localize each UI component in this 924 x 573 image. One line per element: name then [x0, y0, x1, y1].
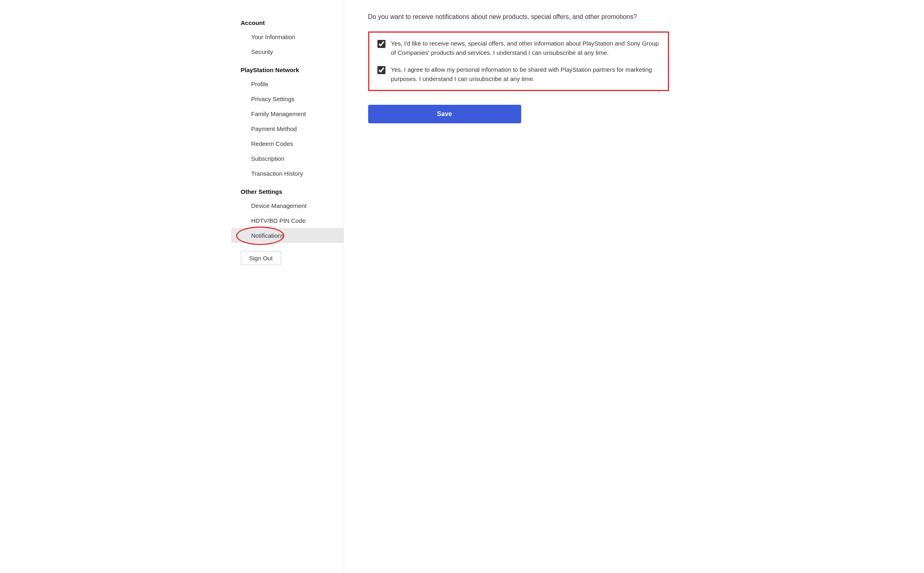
- sidebar-item-profile[interactable]: Profile: [231, 77, 344, 91]
- sidebar-item-transaction-history[interactable]: Transaction History: [231, 166, 344, 181]
- checkbox-row-2: Yes, I agree to allow my personal inform…: [377, 65, 660, 83]
- checkbox-row-1: Yes, I'd like to receive news, special o…: [377, 39, 660, 57]
- sidebar-item-security[interactable]: Security: [231, 44, 344, 59]
- sidebar-item-notifications[interactable]: Notifications: [231, 228, 344, 243]
- psn-section-label: PlayStation Network: [231, 59, 344, 77]
- notifications-question: Do you want to receive notifications abo…: [368, 12, 669, 22]
- save-button[interactable]: Save: [368, 105, 521, 123]
- notifications-wrapper: Notifications: [231, 228, 344, 243]
- main-content: Do you want to receive notifications abo…: [344, 0, 693, 573]
- checkbox-personal-info-sharing[interactable]: [377, 66, 385, 74]
- checkbox-label-1: Yes, I'd like to receive news, special o…: [391, 39, 660, 57]
- sidebar-item-your-information[interactable]: Your Information: [231, 29, 344, 44]
- sidebar: Account Your Information Security PlaySt…: [231, 0, 344, 573]
- sidebar-item-payment-method[interactable]: Payment Method: [231, 121, 344, 136]
- checkbox-group-highlighted: Yes, I'd like to receive news, special o…: [368, 31, 669, 91]
- sidebar-item-family-management[interactable]: Family Management: [231, 106, 344, 121]
- sidebar-item-hdtv-pin[interactable]: HDTV/BD PIN Code: [231, 213, 344, 228]
- sidebar-item-subscription[interactable]: Subscription: [231, 151, 344, 166]
- account-section-label: Account: [231, 12, 344, 29]
- sidebar-item-device-management[interactable]: Device Management: [231, 198, 344, 213]
- sign-out-button[interactable]: Sign Out: [241, 251, 281, 265]
- checkbox-label-2: Yes, I agree to allow my personal inform…: [391, 65, 660, 83]
- other-settings-section-label: Other Settings: [231, 181, 344, 198]
- sidebar-item-privacy-settings[interactable]: Privacy Settings: [231, 91, 344, 106]
- checkbox-news-offers[interactable]: [377, 40, 385, 48]
- sidebar-item-redeem-codes[interactable]: Redeem Codes: [231, 136, 344, 151]
- signout-area: Sign Out: [231, 243, 344, 273]
